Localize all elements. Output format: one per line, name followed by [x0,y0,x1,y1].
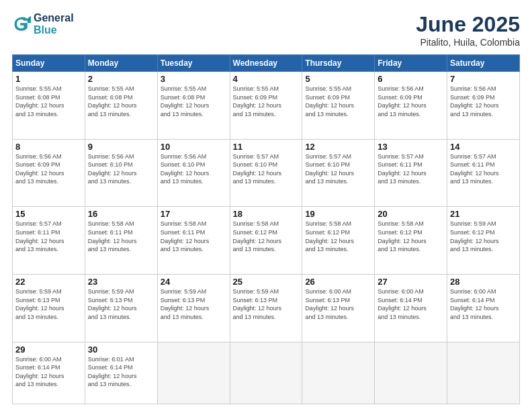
location: Pitalito, Huila, Colombia [416,37,520,48]
day-number: 18 [233,209,300,219]
day-info: Sunrise: 6:00 AM Sunset: 6:13 PM Dayligh… [305,287,371,321]
day-info: Sunrise: 5:59 AM Sunset: 6:13 PM Dayligh… [161,287,227,321]
calendar-cell: 14 Sunrise: 5:57 AM Sunset: 6:11 PM Dayl… [447,139,520,207]
calendar-cell: 12 Sunrise: 5:57 AM Sunset: 6:10 PM Dayl… [302,139,375,207]
day-number: 29 [15,345,82,355]
day-number: 5 [305,74,371,84]
day-info: Sunrise: 5:58 AM Sunset: 6:11 PM Dayligh… [161,220,227,253]
calendar-header-row: Sunday Monday Tuesday Wednesday Thursday… [13,55,520,72]
day-info: Sunrise: 5:59 AM Sunset: 6:12 PM Dayligh… [450,220,517,253]
calendar-table: Sunday Monday Tuesday Wednesday Thursday… [12,54,520,404]
day-number: 13 [378,142,444,152]
calendar-cell: 7 Sunrise: 5:56 AM Sunset: 6:09 PM Dayli… [447,72,520,140]
calendar-cell: 29 Sunrise: 6:00 AM Sunset: 6:14 PM Dayl… [13,342,85,404]
day-number: 10 [161,142,227,152]
calendar-cell: 24 Sunrise: 5:59 AM Sunset: 6:13 PM Dayl… [157,274,230,342]
calendar-cell: 25 Sunrise: 5:59 AM Sunset: 6:13 PM Dayl… [230,274,302,342]
day-number: 23 [88,277,154,287]
col-saturday: Saturday [447,55,520,72]
day-info: Sunrise: 5:55 AM Sunset: 6:08 PM Dayligh… [161,85,227,118]
day-info: Sunrise: 5:59 AM Sunset: 6:13 PM Dayligh… [15,287,82,321]
day-number: 11 [233,142,300,152]
calendar-cell: 11 Sunrise: 5:57 AM Sunset: 6:10 PM Dayl… [230,139,302,207]
logo: General Blue [12,12,74,36]
day-info: Sunrise: 5:55 AM Sunset: 6:09 PM Dayligh… [305,85,371,118]
day-info: Sunrise: 5:55 AM Sunset: 6:09 PM Dayligh… [233,85,300,118]
calendar-cell: 2 Sunrise: 5:55 AM Sunset: 6:08 PM Dayli… [85,72,157,140]
day-number: 26 [305,277,371,287]
calendar-cell: 16 Sunrise: 5:58 AM Sunset: 6:11 PM Dayl… [85,207,157,275]
calendar-cell [447,342,520,404]
logo-text: General Blue [34,12,74,36]
calendar-cell: 27 Sunrise: 6:00 AM Sunset: 6:14 PM Dayl… [375,274,447,342]
day-info: Sunrise: 5:57 AM Sunset: 6:11 PM Dayligh… [15,220,82,253]
day-number: 24 [161,277,227,287]
page: General Blue June 2025 Pitalito, Huila, … [0,0,532,411]
day-number: 27 [378,277,444,287]
day-number: 20 [378,209,444,219]
day-info: Sunrise: 5:58 AM Sunset: 6:12 PM Dayligh… [233,220,300,253]
calendar-cell: 30 Sunrise: 6:01 AM Sunset: 6:14 PM Dayl… [85,342,157,404]
day-number: 28 [450,277,517,287]
day-number: 22 [15,277,82,287]
day-info: Sunrise: 6:00 AM Sunset: 6:14 PM Dayligh… [450,287,517,321]
day-info: Sunrise: 5:55 AM Sunset: 6:08 PM Dayligh… [88,85,154,118]
calendar-cell: 28 Sunrise: 6:00 AM Sunset: 6:14 PM Dayl… [447,274,520,342]
calendar-cell [375,342,447,404]
day-info: Sunrise: 5:55 AM Sunset: 6:08 PM Dayligh… [15,85,82,118]
day-number: 4 [233,74,300,84]
calendar-cell: 13 Sunrise: 5:57 AM Sunset: 6:11 PM Dayl… [375,139,447,207]
day-info: Sunrise: 5:58 AM Sunset: 6:11 PM Dayligh… [88,220,154,253]
calendar-cell: 3 Sunrise: 5:55 AM Sunset: 6:08 PM Dayli… [157,72,230,140]
day-number: 2 [88,74,154,84]
logo-icon [12,15,31,34]
day-number: 15 [15,209,82,219]
calendar-cell: 4 Sunrise: 5:55 AM Sunset: 6:09 PM Dayli… [230,72,302,140]
day-info: Sunrise: 5:57 AM Sunset: 6:11 PM Dayligh… [450,152,517,186]
day-number: 16 [88,209,154,219]
day-number: 14 [450,142,517,152]
calendar-cell: 20 Sunrise: 5:58 AM Sunset: 6:12 PM Dayl… [375,207,447,275]
calendar-cell: 6 Sunrise: 5:56 AM Sunset: 6:09 PM Dayli… [375,72,447,140]
title-block: June 2025 Pitalito, Huila, Colombia [416,12,520,48]
day-number: 6 [378,74,444,84]
day-info: Sunrise: 5:56 AM Sunset: 6:09 PM Dayligh… [450,85,517,118]
day-info: Sunrise: 5:57 AM Sunset: 6:10 PM Dayligh… [305,152,371,186]
day-number: 25 [233,277,300,287]
day-number: 30 [88,345,154,355]
calendar-cell: 23 Sunrise: 5:59 AM Sunset: 6:13 PM Dayl… [85,274,157,342]
day-info: Sunrise: 5:56 AM Sunset: 6:10 PM Dayligh… [88,152,154,186]
calendar-cell: 21 Sunrise: 5:59 AM Sunset: 6:12 PM Dayl… [447,207,520,275]
day-info: Sunrise: 5:57 AM Sunset: 6:11 PM Dayligh… [378,152,444,186]
day-info: Sunrise: 5:56 AM Sunset: 6:09 PM Dayligh… [15,152,82,186]
day-info: Sunrise: 5:58 AM Sunset: 6:12 PM Dayligh… [378,220,444,253]
calendar-cell: 15 Sunrise: 5:57 AM Sunset: 6:11 PM Dayl… [13,207,85,275]
col-wednesday: Wednesday [230,55,302,72]
day-info: Sunrise: 5:57 AM Sunset: 6:10 PM Dayligh… [233,152,300,186]
calendar-cell: 10 Sunrise: 5:56 AM Sunset: 6:10 PM Dayl… [157,139,230,207]
month-title: June 2025 [416,12,520,37]
calendar-cell [302,342,375,404]
calendar-cell [230,342,302,404]
calendar-cell: 18 Sunrise: 5:58 AM Sunset: 6:12 PM Dayl… [230,207,302,275]
col-monday: Monday [85,55,157,72]
day-number: 12 [305,142,371,152]
calendar-cell: 5 Sunrise: 5:55 AM Sunset: 6:09 PM Dayli… [302,72,375,140]
calendar-cell: 9 Sunrise: 5:56 AM Sunset: 6:10 PM Dayli… [85,139,157,207]
calendar-cell: 8 Sunrise: 5:56 AM Sunset: 6:09 PM Dayli… [13,139,85,207]
calendar-cell: 26 Sunrise: 6:00 AM Sunset: 6:13 PM Dayl… [302,274,375,342]
day-info: Sunrise: 5:56 AM Sunset: 6:10 PM Dayligh… [161,152,227,186]
day-info: Sunrise: 5:59 AM Sunset: 6:13 PM Dayligh… [233,287,300,321]
day-number: 17 [161,209,227,219]
day-info: Sunrise: 5:59 AM Sunset: 6:13 PM Dayligh… [88,287,154,321]
day-info: Sunrise: 5:56 AM Sunset: 6:09 PM Dayligh… [378,85,444,118]
day-number: 8 [15,142,82,152]
col-friday: Friday [375,55,447,72]
calendar-cell: 1 Sunrise: 5:55 AM Sunset: 6:08 PM Dayli… [13,72,85,140]
day-info: Sunrise: 6:00 AM Sunset: 6:14 PM Dayligh… [15,355,82,389]
day-number: 19 [305,209,371,219]
calendar-cell [157,342,230,404]
day-number: 9 [88,142,154,152]
day-number: 3 [161,74,227,84]
calendar-cell: 17 Sunrise: 5:58 AM Sunset: 6:11 PM Dayl… [157,207,230,275]
